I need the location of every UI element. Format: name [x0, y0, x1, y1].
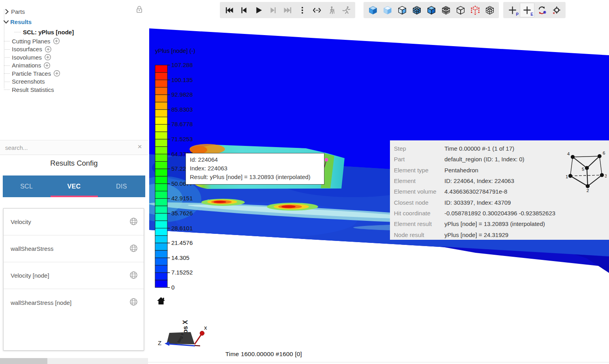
tab-vec[interactable]: VEC	[50, 175, 97, 197]
tree-item-label: Animations	[12, 62, 41, 69]
x-axis-line	[195, 334, 201, 344]
info-row-value: yPlus [node] = 13.20893 (interpolated)	[444, 220, 545, 227]
legend-label: 85.8303	[171, 106, 193, 113]
tree-item-animations[interactable]: Animations	[0, 62, 148, 70]
info-row-hit-coordinate: Hit coordinate-0.058781892 0.300204396 -…	[394, 208, 609, 218]
legend-label: 28.6101	[171, 225, 193, 231]
render-viewport[interactable]: 107.288100.13592.982885.830378.677871.52…	[148, 0, 609, 364]
add-icon[interactable]	[45, 46, 52, 53]
more-options-button[interactable]	[295, 3, 309, 17]
probe-info-panel: 4 6 5 1 3 2 StepTime 0.00000 #-1 (1 of 1…	[390, 140, 609, 240]
home-icon[interactable]	[156, 296, 166, 308]
probe-target-button[interactable]	[549, 3, 564, 17]
viewport-bottom-divider	[148, 362, 609, 362]
penta-node-2: 2	[587, 188, 589, 193]
tree-item-result-statistics[interactable]: Result Statistics	[0, 86, 148, 94]
view-full-wireframe-button[interactable]	[438, 3, 453, 17]
step-back-button[interactable]	[236, 3, 251, 17]
add-icon[interactable]	[43, 62, 51, 69]
globe-icon[interactable]	[129, 271, 138, 281]
chevron-down-icon[interactable]	[2, 18, 10, 26]
vector-field-velocity-node[interactable]: Velocity [node]	[4, 262, 144, 289]
view-mesh-lines-button[interactable]	[482, 3, 497, 17]
tree-item-isosurfaces[interactable]: Isosurfaces	[0, 45, 148, 54]
axis-x-label: x	[204, 324, 207, 331]
search-input[interactable]	[0, 140, 136, 155]
probe-tooltip: Id: 224064 Index: 224063 Result: yPlus […	[186, 153, 324, 185]
playback-toolbar	[220, 2, 355, 18]
penta-node-5: 5	[582, 167, 584, 172]
info-row-label: Hit coordinate	[394, 210, 444, 217]
active-tab-underline	[51, 196, 98, 198]
tree-item-screenshots[interactable]: Screenshots	[0, 78, 148, 86]
view-surface-button[interactable]	[395, 3, 409, 17]
legend-label: 35.7626	[171, 210, 193, 217]
axis-triad[interactable]: Pos X Neg Y x Z	[156, 307, 219, 353]
info-row-value: Time 0.00000 #-1 (1 of 17)	[444, 145, 514, 152]
skip-to-end-button[interactable]	[280, 3, 295, 17]
legend-label: 42.9151	[171, 195, 193, 202]
info-row-value: ID: 303397, Index: 43709	[444, 199, 511, 206]
probe-rotate-button[interactable]	[534, 3, 549, 17]
lock-icon[interactable]	[135, 5, 144, 16]
info-row-value: ID: 224064, Index: 224063	[444, 177, 514, 184]
tree-item-scl-yplus-node[interactable]: SCL: yPlus [node]	[0, 27, 148, 37]
step-forward-button[interactable]	[266, 3, 280, 17]
info-row-value: default_region (ID: 1, Index: 0)	[444, 156, 525, 162]
info-row-label: Element result	[394, 220, 444, 227]
add-icon[interactable]	[44, 54, 51, 61]
tree-item-particle-traces[interactable]: Particle Traces	[0, 69, 148, 78]
view-hidden-surface-button[interactable]	[424, 3, 438, 17]
penta-node-3: 3	[605, 174, 607, 178]
tree-item-isovolumes[interactable]: Isovolumes	[0, 53, 148, 62]
info-row-closest-node: Closest nodeID: 303397, Index: 43709	[394, 197, 609, 207]
results-config-title: Results Config	[0, 159, 148, 168]
info-row-value: yPlus [node] = 24.31929	[444, 231, 508, 238]
vector-field-velocity[interactable]: Velocity	[4, 209, 144, 235]
legend-label: 0	[171, 284, 174, 291]
legend-label: 14.305	[171, 254, 189, 261]
vector-field-wallshearstress[interactable]: wallShearStress	[4, 235, 144, 262]
view-points-button[interactable]	[468, 3, 482, 17]
skip-to-start-button[interactable]	[222, 3, 236, 17]
tree-item-parts[interactable]: Parts	[0, 6, 148, 17]
run-mode-button[interactable]	[339, 3, 353, 17]
trace-range-button[interactable]	[309, 3, 324, 17]
penta-node-1: 1	[566, 174, 568, 179]
view-shaded-button[interactable]	[380, 3, 395, 17]
sidebar-horizontal-scrollbar[interactable]	[0, 358, 148, 364]
info-row-element-result: Element resultyPlus [node] = 13.20893 (i…	[394, 218, 609, 229]
pick-element-button[interactable]: E	[520, 3, 534, 17]
view-solid-button[interactable]	[365, 3, 380, 17]
tree-item-label: Isosurfaces	[12, 46, 42, 52]
results-tree: PartsResultsSCL: yPlus [node]Cutting Pla…	[0, 6, 148, 94]
tree-item-label: Cutting Planes	[12, 38, 51, 45]
tab-dis[interactable]: DIS	[98, 175, 145, 197]
tree-item-results[interactable]: Results	[0, 17, 148, 27]
info-row-label: Part	[394, 156, 444, 162]
legend-title: yPlus [node] (-)	[155, 47, 195, 54]
globe-icon[interactable]	[129, 217, 138, 227]
scrollbar-thumb[interactable]	[0, 358, 47, 364]
close-icon[interactable]: ×	[135, 142, 144, 151]
pick-point-button[interactable]: P	[505, 3, 520, 17]
tree-item-label: Result Statistics	[12, 86, 54, 93]
vector-field-wallshearstress-node[interactable]: wallShearStress [node]	[4, 289, 144, 316]
view-wireframe-button[interactable]	[453, 3, 468, 17]
add-icon[interactable]	[53, 70, 60, 77]
tree-item-cutting-planes[interactable]: Cutting Planes	[0, 37, 148, 45]
chevron-right-icon[interactable]	[2, 7, 11, 15]
info-row-node-result: Node resultyPlus [node] = 24.31929	[394, 229, 609, 240]
tab-scl[interactable]: SCL	[3, 175, 50, 197]
vector-field-label: Velocity	[11, 218, 129, 225]
add-icon[interactable]	[53, 37, 60, 45]
view-mode-toolbar	[364, 2, 499, 18]
legend-label: 107.288	[171, 62, 193, 68]
legend-label: 92.9828	[171, 91, 193, 98]
globe-icon[interactable]	[129, 244, 138, 254]
tree-item-label: Particle Traces	[12, 70, 51, 77]
view-surface-mesh-button[interactable]	[409, 3, 424, 17]
play-button[interactable]	[251, 3, 266, 17]
walk-mode-button[interactable]	[324, 3, 339, 17]
globe-icon[interactable]	[129, 297, 138, 308]
